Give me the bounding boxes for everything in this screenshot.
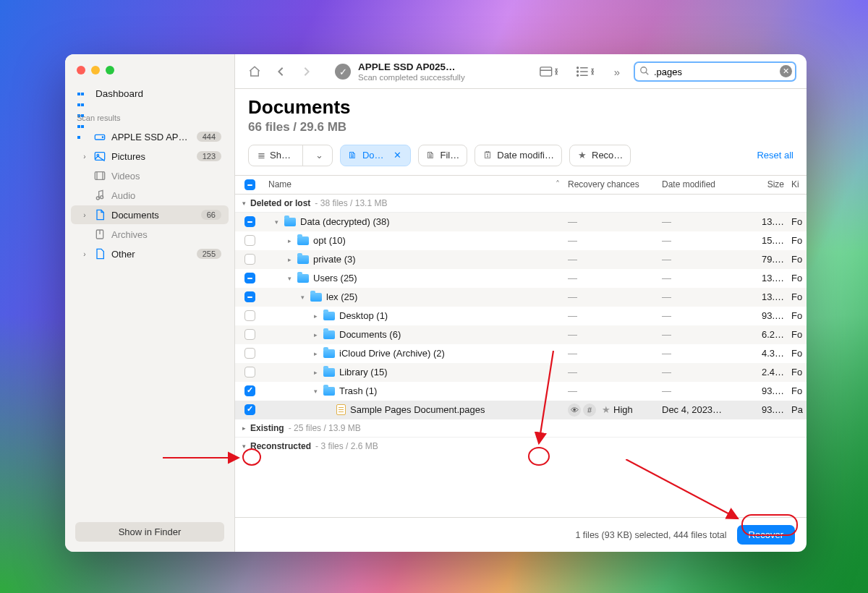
row-checkbox[interactable]	[244, 404, 255, 415]
back-button[interactable]	[271, 62, 290, 81]
hex-button[interactable]: #	[583, 404, 596, 417]
minimize-window-button[interactable]	[91, 66, 100, 74]
preview-button[interactable]: 👁	[568, 404, 581, 417]
sidebar-item-label: Documents	[111, 210, 195, 221]
document-icon: 🗎	[348, 150, 358, 161]
page-subtitle: 66 files / 29.6 MB	[248, 120, 793, 135]
home-button[interactable]	[245, 62, 264, 81]
table-row[interactable]: ▾Trash (1)——93.…Fo	[235, 382, 807, 401]
row-checkbox[interactable]	[244, 329, 255, 340]
search-field[interactable]: ✕	[634, 61, 796, 82]
group-reconstructed[interactable]: ▾ Reconstructed - 3 files / 2.6 MB	[235, 438, 807, 455]
sidebar-item-other[interactable]: ›Other255	[71, 244, 229, 263]
chevron-down-icon: ⌄	[315, 150, 325, 161]
sidebar-item-videos[interactable]: Videos	[71, 166, 229, 185]
svg-rect-4	[95, 172, 104, 180]
expand-toggle[interactable]: ▸	[312, 369, 319, 376]
expand-toggle[interactable]: ▸	[286, 256, 293, 263]
table-row[interactable]: ▸iCloud Drive (Archive) (2)——4.3…Fo	[235, 344, 807, 363]
row-checkbox[interactable]	[244, 273, 255, 283]
row-date: —	[662, 367, 749, 377]
expand-toggle[interactable]: ▸	[312, 331, 319, 338]
row-kind: Fo	[788, 329, 807, 340]
col-size[interactable]: Size	[749, 179, 788, 189]
row-checkbox[interactable]	[244, 310, 255, 321]
dashboard-icon	[77, 88, 88, 99]
select-all-checkbox[interactable]	[244, 179, 255, 190]
sidebar-item-pictures[interactable]: ›Pictures123	[71, 147, 229, 166]
table-row[interactable]: ▸Library (15)——2.4…Fo	[235, 363, 807, 382]
group-deleted[interactable]: ▾ Deleted or lost - 38 files / 13.1 MB	[235, 195, 807, 213]
row-size: 93.…	[749, 385, 788, 396]
expand-toggle[interactable]: ▾	[312, 388, 319, 395]
col-kind[interactable]: Ki	[788, 179, 807, 189]
row-kind: Fo	[788, 367, 807, 377]
row-date: —	[662, 273, 749, 283]
row-checkbox[interactable]	[244, 254, 255, 265]
row-checkbox[interactable]	[244, 348, 255, 359]
row-size: 93.…	[749, 310, 788, 321]
sidebar-item-label: Other	[111, 249, 191, 260]
col-name[interactable]: Name	[264, 179, 548, 189]
forward-button[interactable]	[297, 62, 316, 81]
row-recovery: —	[568, 310, 662, 321]
row-name: Users (25)	[313, 273, 357, 283]
row-checkbox[interactable]	[244, 235, 255, 246]
overflow-button[interactable]: »	[608, 62, 626, 81]
filter-date-modified[interactable]: 🗓 Date modifi…	[475, 145, 562, 166]
filter-show[interactable]: ≣Sh… ⌄	[248, 145, 333, 166]
filter-doc-active[interactable]: 🗎 Do… ✕	[340, 145, 411, 166]
dashboard-link[interactable]: Dashboard	[65, 82, 234, 111]
recover-button[interactable]: Recover	[737, 525, 795, 545]
sidebar-item-audio[interactable]: Audio	[71, 186, 229, 205]
row-checkbox[interactable]	[244, 291, 255, 302]
scan-status-icon: ✓	[335, 64, 351, 80]
search-input[interactable]	[634, 61, 796, 82]
results-table: Name ˄ Recovery chances Date modified Si…	[235, 175, 807, 517]
scan-subtitle: Scan completed successfully	[358, 73, 465, 82]
row-kind: Pa	[788, 404, 807, 415]
col-date[interactable]: Date modified	[662, 179, 749, 189]
folder-icon	[297, 274, 309, 283]
sort-indicator[interactable]: ˄	[548, 179, 568, 189]
zoom-window-button[interactable]	[106, 66, 114, 74]
table-row[interactable]: ▾Data (decrypted) (38)——13.…Fo	[235, 213, 807, 231]
count-badge: 444	[197, 132, 221, 142]
close-window-button[interactable]	[77, 66, 85, 74]
expand-toggle[interactable]: ▾	[273, 218, 280, 226]
row-checkbox[interactable]	[244, 385, 255, 396]
row-name: Documents (6)	[339, 329, 401, 340]
close-icon[interactable]: ✕	[393, 150, 403, 161]
show-in-finder-button[interactable]: Show in Finder	[75, 522, 224, 542]
row-size: 13.…	[749, 291, 788, 302]
list-mode-button[interactable]	[571, 62, 600, 81]
expand-toggle[interactable]: ▸	[312, 312, 319, 320]
chevron-down-icon: ▾	[242, 200, 246, 207]
col-recovery[interactable]: Recovery chances	[568, 179, 662, 189]
sidebar-item-label: Videos	[111, 171, 221, 182]
filter-recovery[interactable]: ★ Reco…	[569, 145, 631, 166]
group-existing[interactable]: ▸ Existing - 25 files / 13.9 MB	[235, 419, 807, 438]
filter-file[interactable]: 🗎 Fil…	[418, 145, 468, 166]
expand-toggle[interactable]: ▸	[312, 350, 319, 357]
sidebar-item-documents[interactable]: ›Documents66	[71, 205, 229, 224]
view-mode-button[interactable]	[535, 62, 564, 81]
table-row[interactable]: ▸Documents (6)——6.2…Fo	[235, 325, 807, 344]
reset-filters-link[interactable]: Reset all	[757, 150, 793, 161]
table-row[interactable]: ▾lex (25)——13.…Fo	[235, 288, 807, 307]
table-row[interactable]: ▸private (3)——79.…Fo	[235, 250, 807, 269]
sidebar-item-apple-ssd-ap-[interactable]: APPLE SSD AP02…444	[71, 127, 229, 146]
table-row[interactable]: ▸opt (10)——15.…Fo	[235, 231, 807, 250]
row-checkbox[interactable]	[244, 216, 255, 227]
star-icon: ★	[602, 404, 610, 415]
sidebar-item-archives[interactable]: Archives	[71, 225, 229, 244]
row-date: —	[662, 291, 749, 302]
table-row[interactable]: ▸Desktop (1)——93.…Fo	[235, 307, 807, 325]
chevron-icon: ›	[81, 153, 88, 161]
expand-toggle[interactable]: ▾	[299, 294, 306, 301]
row-checkbox[interactable]	[244, 367, 255, 377]
table-row[interactable]: ▾Users (25)——13.…Fo	[235, 269, 807, 288]
expand-toggle[interactable]: ▾	[286, 275, 293, 282]
expand-toggle[interactable]: ▸	[286, 237, 293, 244]
table-row[interactable]: Sample Pages Document.pages👁#★HighDec 4,…	[235, 401, 807, 419]
